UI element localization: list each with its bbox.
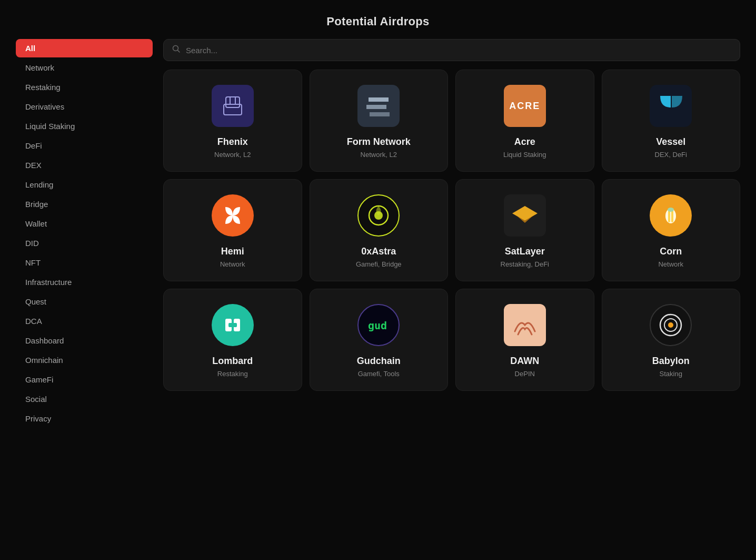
svg-rect-2 (226, 97, 240, 107)
card-tags-hemi: Network (220, 260, 245, 268)
card-tags-gudchain: Gamefi, Tools (358, 370, 400, 378)
card-tags-dawn: DePIN (515, 370, 535, 378)
svg-rect-14 (228, 323, 237, 327)
svg-point-11 (668, 208, 674, 212)
card-tags-fhenix: Network, L2 (214, 151, 251, 159)
card-satlayer[interactable]: SatLayer Restaking, DeFi (455, 179, 594, 281)
svg-line-1 (178, 51, 180, 53)
card-vessel[interactable]: Vessel DEX, DeFi (602, 70, 741, 172)
card-lombard[interactable]: Lombard Restaking (163, 289, 302, 391)
page-title: Potential Airdrops (0, 0, 756, 39)
card-acre[interactable]: ACRE Acre Liquid Staking (455, 70, 594, 172)
sidebar-item-nft[interactable]: NFT (16, 253, 153, 272)
sidebar-item-dca[interactable]: DCA (16, 312, 153, 330)
card-form-network[interactable]: Form Network Network, L2 (310, 70, 449, 172)
card-tags-babylon: Staking (660, 370, 682, 378)
sidebar: AllNetworkRestakingDerivativesLiquid Sta… (16, 39, 158, 429)
sidebar-item-liquid-staking[interactable]: Liquid Staking (16, 117, 153, 135)
card-hemi[interactable]: Hemi Network (163, 179, 302, 281)
card-fhenix[interactable]: Fhenix Network, L2 (163, 70, 302, 172)
card-name-vessel: Vessel (656, 136, 685, 148)
sidebar-item-bridge[interactable]: Bridge (16, 195, 153, 213)
sidebar-item-lending[interactable]: Lending (16, 175, 153, 194)
cards-grid: Fhenix Network, L2 Form Network Network,… (163, 70, 740, 391)
card-name-gudchain: Gudchain (357, 356, 401, 367)
card-tags-satlayer: Restaking, DeFi (501, 260, 549, 268)
card-dawn[interactable]: DAWN DePIN (455, 289, 594, 391)
sidebar-item-did[interactable]: DID (16, 234, 153, 252)
card-babylon[interactable]: Babylon Staking (602, 289, 741, 391)
card-name-form-network: Form Network (347, 136, 411, 148)
sidebar-item-defi[interactable]: DeFi (16, 136, 153, 155)
card-tags-vessel: DEX, DeFi (655, 151, 687, 159)
sidebar-item-derivatives[interactable]: Derivatives (16, 97, 153, 116)
sidebar-item-quest[interactable]: Quest (16, 292, 153, 311)
main-content: Fhenix Network, L2 Form Network Network,… (158, 39, 740, 429)
card-name-babylon: Babylon (652, 356, 690, 367)
card-tags-form-network: Network, L2 (361, 151, 397, 159)
search-icon (172, 45, 181, 55)
search-input[interactable] (186, 46, 731, 55)
svg-point-18 (668, 322, 673, 328)
search-bar (163, 39, 740, 61)
sidebar-item-wallet[interactable]: Wallet (16, 214, 153, 233)
card-name-0xastra: 0xAstra (361, 246, 396, 257)
card-corn[interactable]: Corn Network (602, 179, 741, 281)
card-tags-lombard: Restaking (217, 370, 248, 378)
card-gudchain[interactable]: gud Gudchain Gamefi, Tools (310, 289, 449, 391)
svg-rect-3 (224, 104, 242, 115)
svg-text:gud: gud (368, 319, 387, 332)
card-0xastra[interactable]: 0xAstra Gamefi, Bridge (310, 179, 449, 281)
sidebar-item-privacy[interactable]: Privacy (16, 409, 153, 428)
card-name-hemi: Hemi (221, 246, 244, 257)
card-name-acre: Acre (514, 136, 535, 148)
sidebar-item-dashboard[interactable]: Dashboard (16, 331, 153, 350)
sidebar-item-infrastructure[interactable]: Infrastructure (16, 273, 153, 291)
card-name-satlayer: SatLayer (505, 246, 545, 257)
sidebar-item-gamefi[interactable]: GameFi (16, 370, 153, 389)
sidebar-item-dex[interactable]: DEX (16, 156, 153, 174)
sidebar-item-omnichain[interactable]: Omnichain (16, 351, 153, 369)
card-name-dawn: DAWN (510, 356, 539, 367)
card-tags-0xastra: Gamefi, Bridge (356, 260, 402, 268)
card-name-fhenix: Fhenix (217, 136, 248, 148)
sidebar-item-restaking[interactable]: Restaking (16, 78, 153, 96)
sidebar-item-network[interactable]: Network (16, 58, 153, 77)
sidebar-item-all[interactable]: All (16, 39, 153, 57)
card-tags-acre: Liquid Staking (503, 151, 546, 159)
sidebar-item-social[interactable]: Social (16, 390, 153, 408)
card-tags-corn: Network (658, 260, 683, 268)
card-name-corn: Corn (660, 246, 682, 257)
card-name-lombard: Lombard (212, 356, 253, 367)
